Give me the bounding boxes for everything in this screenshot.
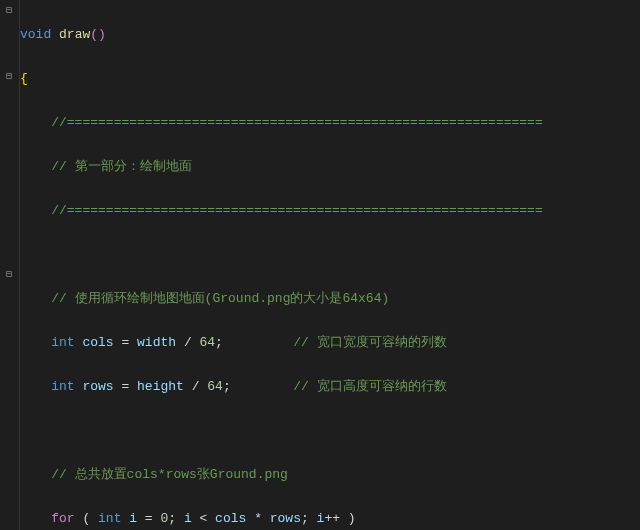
code-line: { [20,68,640,90]
semicolon: ; [215,335,223,350]
code-line [20,420,640,442]
fold-toggle-icon[interactable]: ⊟ [3,269,15,281]
identifier: height [137,379,184,394]
comment: // 总共放置cols*rows张Ground.png [51,467,288,482]
operator: * [246,511,269,526]
brace-open: { [20,71,28,86]
comment: // 第一部分：绘制地面 [51,159,191,174]
keyword-type: void [20,27,51,42]
code-line: int rows = height / 64; // 宽口高度可容纳的行数 [20,376,640,398]
code-line: // 第一部分：绘制地面 [20,156,640,178]
identifier: width [137,335,176,350]
fold-toggle-icon[interactable]: ⊟ [3,71,15,83]
keyword-type: int [51,379,74,394]
fold-toggle-icon[interactable]: ⊟ [3,5,15,17]
identifier: cols [215,511,246,526]
semicolon: ; [301,511,317,526]
code-line: void draw() [20,24,640,46]
operator: = [137,511,160,526]
paren-close: ) [340,511,356,526]
code-editor[interactable]: void draw() { //========================… [20,2,640,530]
operator: = [114,379,137,394]
operator: < [192,511,215,526]
identifier: cols [82,335,113,350]
comment: // 宽口宽度可容纳的列数 [293,335,446,350]
comment: // 宽口高度可容纳的行数 [293,379,446,394]
blank [20,247,28,262]
code-line [20,244,640,266]
comment: // 使用循环绘制地图地面(Ground.png的大小是64x64) [51,291,389,306]
identifier: i [184,511,192,526]
paren-open: ( [75,511,98,526]
blank [20,423,28,438]
code-line: //======================================… [20,200,640,222]
identifier: rows [270,511,301,526]
pad [231,379,293,394]
fold-gutter: ⊟ ⊟ ⊟ [0,0,20,530]
keyword-type: int [51,335,74,350]
operator: / [184,379,207,394]
code-line: // 使用循环绘制地图地面(Ground.png的大小是64x64) [20,288,640,310]
comment: //======================================… [51,203,542,218]
keyword-control: for [51,511,74,526]
number: 64 [207,379,223,394]
paren: () [90,27,106,42]
semicolon: ; [223,379,231,394]
identifier: i [129,511,137,526]
operator: / [176,335,199,350]
identifier: rows [82,379,113,394]
operator: = [114,335,137,350]
function-name: draw [59,27,90,42]
number: 64 [199,335,215,350]
code-line: // 总共放置cols*rows张Ground.png [20,464,640,486]
code-line: int cols = width / 64; // 宽口宽度可容纳的列数 [20,332,640,354]
keyword-type: int [98,511,121,526]
comment: //======================================… [51,115,542,130]
pad [223,335,293,350]
semicolon: ; [168,511,184,526]
code-line: //======================================… [20,112,640,134]
code-line: for ( int i = 0; i < cols * rows; i++ ) [20,508,640,530]
operator: ++ [324,511,340,526]
